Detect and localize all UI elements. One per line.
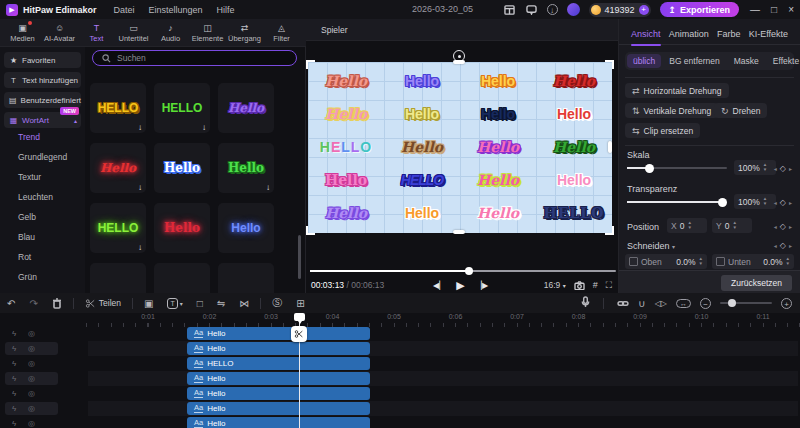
tab-ansicht[interactable]: Ansicht — [631, 29, 661, 39]
opacity-slider[interactable] — [627, 201, 727, 203]
zoom-in-icon[interactable]: + — [781, 298, 792, 309]
selection-handle-bottom[interactable] — [453, 230, 465, 234]
track-visibility-icon[interactable]: ◎ — [28, 419, 35, 428]
opacity-value-stepper[interactable]: 100%▲▼ — [734, 194, 776, 209]
selection-corner-br[interactable] — [605, 226, 614, 235]
tab-elemente[interactable]: ◫Elemente — [189, 23, 226, 43]
tab-bergang[interactable]: ⇄Übergang — [226, 23, 263, 43]
freeze-frame-icon[interactable]: ⊞ — [296, 298, 304, 309]
track-visibility-icon[interactable]: ◎ — [28, 374, 35, 383]
flip-horizontal-button[interactable]: ⇄ Horizontale Drehung — [625, 83, 729, 98]
menu-einstellungen[interactable]: Einstellungen — [149, 5, 203, 15]
play-button[interactable]: ▶ — [456, 279, 464, 292]
position-keyframe-controls[interactable]: ◂◇▸ — [774, 222, 792, 231]
selection-corner-bl[interactable] — [306, 226, 315, 235]
crop-icon[interactable]: □ — [197, 298, 203, 309]
search-input[interactable]: Suchen — [92, 50, 297, 66]
opacity-keyframe-controls[interactable]: ◂◇▸ — [774, 198, 792, 207]
aspect-ratio-select[interactable]: 16:9 ▾ — [544, 280, 566, 290]
preview-canvas[interactable]: HelloHelloHelloHelloHelloHelloHelloHello… — [308, 62, 612, 233]
mode-bg-entfernen[interactable]: BG entfernen — [663, 54, 726, 68]
textart-tile[interactable]: Hello — [218, 263, 274, 293]
tab-filter[interactable]: ◬Filter — [263, 23, 300, 43]
sidebar-subitem-gelb[interactable]: Gelb — [18, 212, 36, 222]
textart-tile[interactable]: Hello↓ — [218, 143, 274, 193]
canvas-word-cell[interactable]: Hello — [308, 97, 384, 130]
position-x-stepper[interactable]: X0▲▼ — [667, 218, 707, 233]
zoom-out-icon[interactable]: − — [700, 298, 711, 309]
sidebar-subitem-grün[interactable]: Grün — [18, 272, 37, 282]
canvas-word-cell[interactable]: Hello — [460, 196, 536, 229]
mirror-icon[interactable]: ⋈ — [239, 298, 249, 309]
crop-top-stepper[interactable]: Oben 0.0%▲▼ — [625, 254, 707, 269]
timeline-clip[interactable]: AaHello — [187, 387, 370, 400]
scale-slider[interactable] — [627, 167, 727, 169]
timeline-clip[interactable]: AaHello — [187, 327, 370, 340]
reverse-icon[interactable]: ⇋ — [217, 298, 225, 309]
mode-ueblich[interactable]: üblich — [627, 54, 661, 68]
sidebar-subitem-textur[interactable]: Textur — [18, 172, 41, 182]
timeline-clip[interactable]: AaHello — [187, 342, 370, 355]
close-button[interactable]: × — [788, 4, 794, 15]
record-voice-icon[interactable] — [581, 294, 590, 312]
textart-tile[interactable]: Hello — [218, 203, 274, 253]
tab-animation[interactable]: Animation — [669, 29, 709, 39]
track-visibility-icon[interactable]: ◎ — [28, 389, 35, 398]
textart-tile[interactable]: Hello — [154, 263, 210, 293]
sidebar-subitem-blau[interactable]: Blau — [18, 232, 35, 242]
tab-ki-effekte[interactable]: KI-Effekte — [749, 29, 788, 39]
selection-handle-right[interactable] — [608, 141, 612, 153]
canvas-word-cell[interactable]: Hello — [384, 196, 460, 229]
canvas-word-cell[interactable]: Hello — [536, 130, 612, 163]
canvas-word-cell[interactable]: Hello — [536, 97, 612, 130]
fullscreen-icon[interactable]: ⛶ — [606, 280, 612, 291]
auto-fit-icon[interactable]: ↔ — [676, 299, 691, 308]
crop-keyframe-controls[interactable]: ◂◇▸ — [774, 241, 792, 250]
tab-medien[interactable]: ▣Medien — [4, 23, 41, 43]
export-button[interactable]: ↥ Exportieren — [660, 2, 740, 17]
tab-farbe[interactable]: Farbe — [717, 29, 741, 39]
track-visibility-icon[interactable]: ◎ — [28, 329, 35, 338]
split-button[interactable]: Teilen — [85, 298, 121, 309]
canvas-word-cell[interactable]: HELLO — [308, 130, 384, 163]
canvas-word-cell[interactable]: Hello — [308, 64, 384, 97]
grid-icon[interactable]: # — [593, 280, 598, 290]
playhead-flag[interactable] — [294, 313, 305, 321]
sidebar-item-favoriten[interactable]: ★Favoriten — [4, 52, 81, 68]
canvas-word-cell[interactable]: Hello — [384, 97, 460, 130]
canvas-word-cell[interactable]: Hello — [460, 130, 536, 163]
sidebar-subitem-rot[interactable]: Rot — [18, 252, 31, 262]
track-visibility-icon[interactable]: ◎ — [28, 359, 35, 368]
track-visibility-icon[interactable]: ◎ — [28, 404, 35, 413]
sidebar-subitem-leuchten[interactable]: Leuchten — [18, 192, 53, 202]
timeline-ruler[interactable]: 0:010:020:030:040:050:060:070:080:090:10… — [0, 313, 800, 322]
layout-panels-icon[interactable] — [503, 3, 516, 16]
timeline-clip[interactable]: AaHello — [187, 372, 370, 385]
flip-clip-icon[interactable]: ◁▷ — [655, 299, 667, 308]
mask-icon[interactable]: ▣ — [144, 298, 153, 309]
scrubber-knob[interactable] — [465, 267, 473, 275]
canvas-word-cell[interactable]: Hello — [460, 64, 536, 97]
scale-value-stepper[interactable]: 100%▲▼ — [734, 160, 776, 175]
mode-maske[interactable]: Maske — [728, 54, 765, 68]
canvas-word-cell[interactable]: Hello — [308, 163, 384, 196]
menu-hilfe[interactable]: Hilfe — [217, 5, 235, 15]
track-mute-icon[interactable]: ϟ — [12, 329, 16, 338]
selection-corner-tr[interactable] — [605, 60, 614, 69]
textart-tile[interactable]: Hello — [154, 203, 210, 253]
textart-tile[interactable]: HELLO↓ — [90, 203, 146, 253]
mode-effekte[interactable]: Effekte — [767, 54, 800, 68]
tab-audio[interactable]: ♪Audio — [152, 23, 189, 43]
speed-icon[interactable]: Ⓢ — [272, 296, 282, 310]
snapshot-icon[interactable] — [574, 281, 585, 290]
canvas-word-cell[interactable]: HELLO — [536, 196, 612, 229]
prev-frame-button[interactable]: ◀▏ — [433, 281, 445, 290]
track-mute-icon[interactable]: ϟ — [12, 374, 16, 383]
track-mute-icon[interactable]: ϟ — [12, 359, 16, 368]
redo-icon[interactable]: ↷ — [29, 298, 37, 309]
maximize-button[interactable]: □ — [771, 4, 777, 15]
scale-keyframe-controls[interactable]: ◂◇▸ — [774, 164, 792, 173]
magnet-snap-icon[interactable]: ∪ — [638, 298, 645, 309]
tab-aiavatar[interactable]: ☺AI-Avatar — [41, 23, 78, 43]
timeline-clip[interactable]: AaHello — [187, 417, 370, 428]
